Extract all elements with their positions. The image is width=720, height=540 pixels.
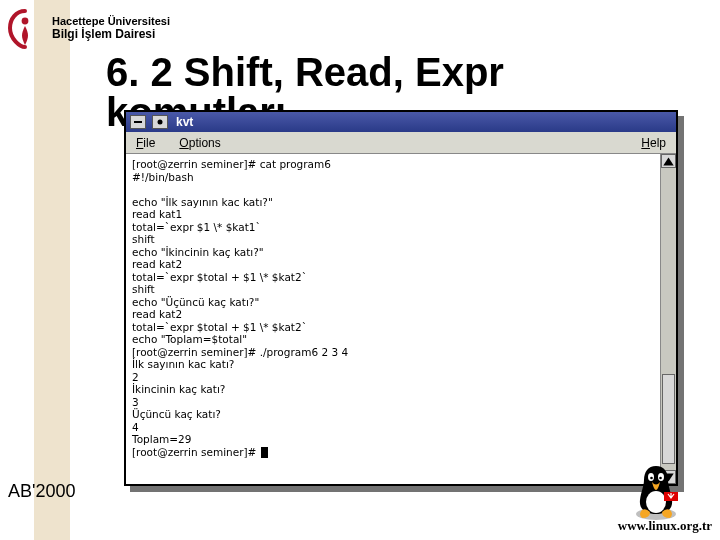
svg-point-2	[158, 120, 163, 125]
tux-icon	[628, 462, 684, 522]
cursor	[261, 447, 268, 458]
menu-options[interactable]: Options	[179, 136, 220, 150]
scroll-thumb[interactable]	[662, 374, 675, 464]
titlebar: kvt	[126, 112, 676, 132]
menubar: File Options Help	[126, 132, 676, 154]
svg-rect-1	[134, 121, 142, 123]
svg-point-8	[659, 477, 662, 480]
menu-help[interactable]: Help	[641, 136, 666, 150]
scrollbar[interactable]	[660, 154, 676, 484]
hacettepe-logo	[4, 7, 46, 49]
terminal-text[interactable]: [root@zerrin seminer]# cat program6 #!/b…	[126, 154, 660, 484]
svg-point-0	[22, 18, 29, 25]
header-text: Hacettepe Üniversitesi Bilgi İşlem Daire…	[52, 15, 170, 41]
scroll-up-button[interactable]	[661, 154, 676, 168]
slide-title: 6. 2 Shift, Read, Expr	[106, 52, 504, 92]
sticky-button[interactable]	[152, 115, 168, 129]
terminal-window: kvt File Options Help [root@zerrin semin…	[124, 110, 678, 486]
header: Hacettepe Üniversitesi Bilgi İşlem Daire…	[0, 0, 720, 56]
uni-name: Hacettepe Üniversitesi	[52, 15, 170, 27]
svg-point-7	[650, 477, 653, 480]
svg-point-4	[646, 491, 666, 513]
window-menu-button[interactable]	[130, 115, 146, 129]
conference-label: AB'2000	[8, 481, 76, 502]
window-title: kvt	[176, 115, 193, 129]
left-stripe	[34, 0, 70, 540]
dept-name: Bilgi İşlem Dairesi	[52, 27, 170, 41]
terminal-body: [root@zerrin seminer]# cat program6 #!/b…	[126, 154, 676, 484]
menu-file[interactable]: File	[136, 136, 155, 150]
